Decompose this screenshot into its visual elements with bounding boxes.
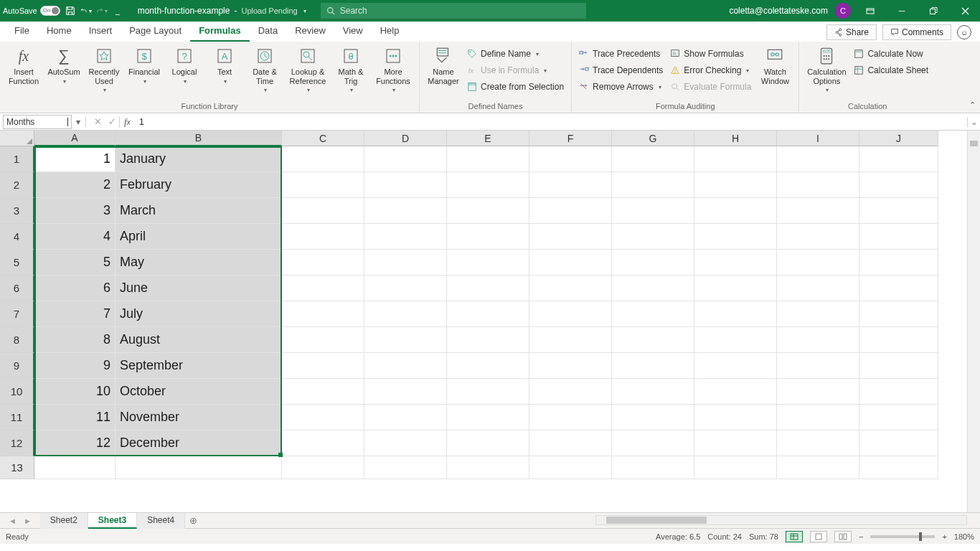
column-header-A[interactable]: A xyxy=(34,131,116,146)
cell-B11[interactable]: November xyxy=(116,405,282,430)
cell-E7[interactable] xyxy=(447,301,529,327)
cell-F13[interactable] xyxy=(529,456,612,479)
cell-J11[interactable] xyxy=(859,405,938,430)
row-header-10[interactable]: 10 xyxy=(0,379,34,405)
cell-J6[interactable] xyxy=(859,276,938,301)
cell-G6[interactable] xyxy=(612,276,694,301)
zoom-level[interactable]: 180% xyxy=(954,532,974,541)
cell-G5[interactable] xyxy=(612,250,694,276)
cell-E12[interactable] xyxy=(447,430,529,456)
cell-G8[interactable] xyxy=(612,327,694,353)
row-header-3[interactable]: 3 xyxy=(0,198,34,224)
cell-E13[interactable] xyxy=(447,456,529,479)
cell-J8[interactable] xyxy=(859,327,938,353)
cell-A1[interactable]: 1 xyxy=(34,146,116,172)
cell-J2[interactable] xyxy=(859,172,938,198)
define-name-button[interactable]: Define Name▾ xyxy=(464,46,567,62)
cell-B3[interactable]: March xyxy=(116,198,282,224)
cell-D10[interactable] xyxy=(364,379,447,405)
cell-J3[interactable] xyxy=(859,198,938,224)
cell-H6[interactable] xyxy=(694,276,777,301)
name-manager-button[interactable]: Name Manager xyxy=(424,43,463,88)
cell-E9[interactable] xyxy=(447,353,529,379)
undo-icon[interactable]: ▾ xyxy=(80,5,92,17)
cell-D13[interactable] xyxy=(364,456,447,479)
cell-E6[interactable] xyxy=(447,276,529,301)
cell-B12[interactable]: December xyxy=(116,430,282,456)
cell-E8[interactable] xyxy=(447,327,529,353)
sheet-prev-icon[interactable]: ◄ xyxy=(9,517,17,525)
cell-A2[interactable]: 2 xyxy=(34,172,116,198)
cell-I1[interactable] xyxy=(777,146,859,172)
cancel-icon[interactable]: ✕ xyxy=(90,116,105,127)
sheet-tab-sheet2[interactable]: Sheet2 xyxy=(40,513,88,529)
minimize-icon[interactable]: ─ xyxy=(890,0,914,22)
cell-F2[interactable] xyxy=(529,172,612,198)
cell-H3[interactable] xyxy=(694,198,777,224)
cell-D7[interactable] xyxy=(364,301,447,327)
cell-D2[interactable] xyxy=(364,172,447,198)
cell-G10[interactable] xyxy=(612,379,694,405)
cell-G7[interactable] xyxy=(612,301,694,327)
cell-C6[interactable] xyxy=(282,276,364,301)
watch-window-button[interactable]: Watch Window xyxy=(755,43,794,88)
collapse-ribbon-icon[interactable]: ⌃ xyxy=(969,100,976,110)
cell-I4[interactable] xyxy=(777,224,859,250)
cell-G1[interactable] xyxy=(612,146,694,172)
spreadsheet-grid[interactable]: ABCDEFGHIJ 11January22February33March44A… xyxy=(0,131,980,512)
autosave-toggle[interactable]: AutoSave On xyxy=(3,6,60,16)
cell-D8[interactable] xyxy=(364,327,447,353)
cell-H10[interactable] xyxy=(694,379,777,405)
cell-E11[interactable] xyxy=(447,405,529,430)
column-header-D[interactable]: D xyxy=(364,131,447,146)
cell-C8[interactable] xyxy=(282,327,364,353)
cell-G9[interactable] xyxy=(612,353,694,379)
cell-J4[interactable] xyxy=(859,224,938,250)
ribbon-display-icon[interactable] xyxy=(858,0,882,22)
qat-customize-icon[interactable]: ⎯ xyxy=(112,5,123,17)
cell-G3[interactable] xyxy=(612,198,694,224)
recently-used-button[interactable]: Recently Used▾ xyxy=(85,43,123,96)
cell-I6[interactable] xyxy=(777,276,859,301)
row-header-5[interactable]: 5 xyxy=(0,250,34,276)
normal-view-icon[interactable] xyxy=(786,531,803,542)
tab-data[interactable]: Data xyxy=(250,21,286,42)
column-header-E[interactable]: E xyxy=(447,131,529,146)
calculate-now-button[interactable]: Calculate Now xyxy=(851,46,931,62)
cell-H7[interactable] xyxy=(694,301,777,327)
cell-B8[interactable]: August xyxy=(116,327,282,353)
tab-help[interactable]: Help xyxy=(372,21,408,42)
cell-J10[interactable] xyxy=(859,379,938,405)
user-avatar[interactable]: C xyxy=(835,3,851,19)
sheet-next-icon[interactable]: ► xyxy=(24,517,32,525)
create-from-selection-button[interactable]: Create from Selection xyxy=(464,79,567,95)
column-header-G[interactable]: G xyxy=(612,131,694,146)
close-icon[interactable] xyxy=(953,0,977,22)
cell-A4[interactable]: 4 xyxy=(34,224,116,250)
remove-arrows-button[interactable]: Remove Arrows▾ xyxy=(576,79,666,95)
cell-G12[interactable] xyxy=(612,430,694,456)
cell-B10[interactable]: October xyxy=(116,379,282,405)
cell-E1[interactable] xyxy=(447,146,529,172)
cell-F9[interactable] xyxy=(529,353,612,379)
cell-G11[interactable] xyxy=(612,405,694,430)
cell-A6[interactable]: 6 xyxy=(34,276,116,301)
cell-A9[interactable]: 9 xyxy=(34,353,116,379)
cell-D6[interactable] xyxy=(364,276,447,301)
cell-E2[interactable] xyxy=(447,172,529,198)
cell-E10[interactable] xyxy=(447,379,529,405)
cell-B13[interactable] xyxy=(116,456,282,479)
cell-H11[interactable] xyxy=(694,405,777,430)
cell-C13[interactable] xyxy=(282,456,364,479)
sheet-nav[interactable]: ◄► xyxy=(0,517,40,525)
cell-C11[interactable] xyxy=(282,405,364,430)
column-header-F[interactable]: F xyxy=(529,131,612,146)
cell-E5[interactable] xyxy=(447,250,529,276)
cell-A7[interactable]: 7 xyxy=(34,301,116,327)
cell-E3[interactable] xyxy=(447,198,529,224)
cell-J9[interactable] xyxy=(859,353,938,379)
cell-I5[interactable] xyxy=(777,250,859,276)
row-header-4[interactable]: 4 xyxy=(0,224,34,250)
error-checking-button[interactable]: Error Checking▾ xyxy=(667,62,754,78)
text-button[interactable]: AText▾ xyxy=(205,43,244,88)
